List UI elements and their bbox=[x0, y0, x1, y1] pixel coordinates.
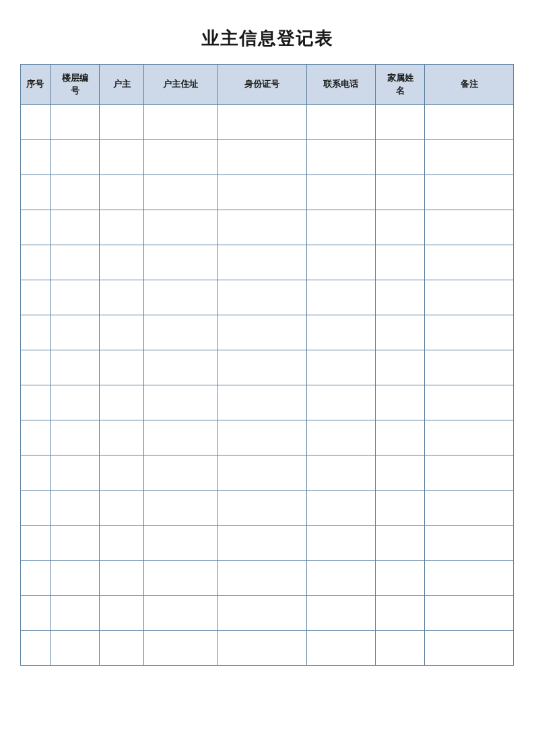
table-cell bbox=[50, 491, 99, 526]
table-cell bbox=[425, 210, 514, 245]
table-cell bbox=[425, 455, 514, 491]
table-cell bbox=[306, 140, 375, 175]
table-cell bbox=[218, 385, 306, 420]
col-header-remark: 备注 bbox=[425, 65, 514, 105]
table-cell bbox=[21, 420, 51, 455]
table-cell bbox=[306, 175, 375, 210]
data-table: 序号 楼层编号 户主 户主住址 身份证号 联系电话 家属姓名 备注 bbox=[20, 64, 514, 666]
table-cell bbox=[100, 350, 144, 385]
table-cell bbox=[375, 315, 424, 350]
table-cell bbox=[100, 385, 144, 420]
table-cell bbox=[21, 631, 51, 666]
page-title: 业主信息登记表 bbox=[20, 27, 514, 51]
table-cell bbox=[143, 596, 218, 631]
table-cell bbox=[375, 210, 424, 245]
table-cell bbox=[50, 526, 99, 561]
table-cell bbox=[425, 140, 514, 175]
table-cell bbox=[50, 596, 99, 631]
table-cell bbox=[306, 526, 375, 561]
table-row bbox=[21, 105, 514, 140]
table-cell bbox=[218, 455, 306, 491]
table-cell bbox=[425, 491, 514, 526]
col-header-family: 家属姓名 bbox=[375, 65, 424, 105]
table-cell bbox=[100, 526, 144, 561]
col-header-owner: 户主 bbox=[100, 65, 144, 105]
table-cell bbox=[375, 385, 424, 420]
table-cell bbox=[425, 280, 514, 315]
table-cell bbox=[218, 350, 306, 385]
table-cell bbox=[50, 245, 99, 280]
table-cell bbox=[100, 596, 144, 631]
table-cell bbox=[375, 420, 424, 455]
table-cell bbox=[50, 385, 99, 420]
table-cell bbox=[50, 140, 99, 175]
table-cell bbox=[425, 105, 514, 140]
table-cell bbox=[50, 210, 99, 245]
col-header-addr: 户主住址 bbox=[143, 65, 218, 105]
table-cell bbox=[100, 631, 144, 666]
table-row bbox=[21, 350, 514, 385]
table-cell bbox=[218, 561, 306, 596]
table-cell bbox=[143, 210, 218, 245]
table-cell bbox=[21, 245, 51, 280]
table-row bbox=[21, 596, 514, 631]
table-cell bbox=[143, 561, 218, 596]
table-cell bbox=[143, 420, 218, 455]
table-cell bbox=[306, 315, 375, 350]
table-cell bbox=[50, 420, 99, 455]
table-cell bbox=[218, 526, 306, 561]
table-cell bbox=[100, 561, 144, 596]
table-cell bbox=[218, 491, 306, 526]
col-header-seq: 序号 bbox=[21, 65, 51, 105]
table-cell bbox=[100, 105, 144, 140]
table-cell bbox=[143, 455, 218, 491]
table-cell bbox=[100, 140, 144, 175]
table-cell bbox=[375, 596, 424, 631]
table-cell bbox=[306, 491, 375, 526]
table-cell bbox=[375, 350, 424, 385]
table-cell bbox=[143, 315, 218, 350]
table-cell bbox=[425, 315, 514, 350]
table-row bbox=[21, 526, 514, 561]
table-cell bbox=[375, 526, 424, 561]
table-cell bbox=[218, 596, 306, 631]
col-header-id: 身份证号 bbox=[218, 65, 306, 105]
table-cell bbox=[143, 245, 218, 280]
table-cell bbox=[425, 350, 514, 385]
table-cell bbox=[306, 631, 375, 666]
table-header-row: 序号 楼层编号 户主 户主住址 身份证号 联系电话 家属姓名 备注 bbox=[21, 65, 514, 105]
table-cell bbox=[21, 491, 51, 526]
table-row bbox=[21, 491, 514, 526]
table-cell bbox=[100, 210, 144, 245]
table-cell bbox=[425, 420, 514, 455]
table-cell bbox=[375, 631, 424, 666]
table-cell bbox=[218, 210, 306, 245]
table-cell bbox=[375, 105, 424, 140]
table-cell bbox=[21, 175, 51, 210]
table-cell bbox=[143, 280, 218, 315]
table-cell bbox=[218, 315, 306, 350]
table-cell bbox=[50, 280, 99, 315]
table-cell bbox=[100, 315, 144, 350]
table-cell bbox=[218, 245, 306, 280]
table-cell bbox=[306, 105, 375, 140]
table-cell bbox=[306, 596, 375, 631]
table-cell bbox=[375, 561, 424, 596]
table-cell bbox=[375, 245, 424, 280]
table-row bbox=[21, 280, 514, 315]
table-cell bbox=[425, 385, 514, 420]
table-cell bbox=[21, 455, 51, 491]
table-cell bbox=[143, 105, 218, 140]
table-cell bbox=[375, 140, 424, 175]
page-container: 业主信息登记表 序号 楼层编号 户主 户主住址 身份证号 联系电话 家属姓名 备… bbox=[20, 27, 514, 666]
table-cell bbox=[425, 245, 514, 280]
table-cell bbox=[21, 210, 51, 245]
table-row bbox=[21, 561, 514, 596]
table-cell bbox=[218, 280, 306, 315]
table-cell bbox=[143, 491, 218, 526]
table-cell bbox=[375, 280, 424, 315]
col-header-floor: 楼层编号 bbox=[50, 65, 99, 105]
table-cell bbox=[375, 455, 424, 491]
table-cell bbox=[143, 140, 218, 175]
table-row bbox=[21, 315, 514, 350]
